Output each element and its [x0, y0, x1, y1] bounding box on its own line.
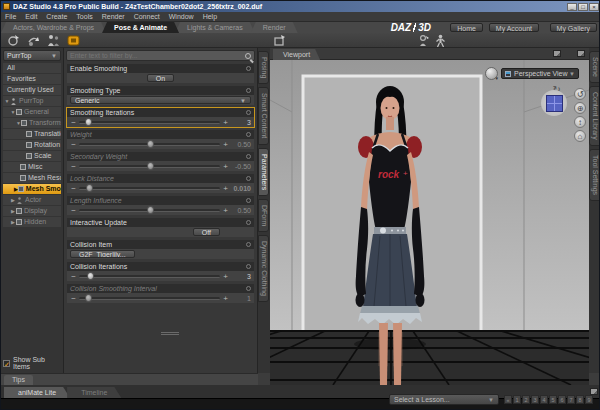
camera-view-dropdown[interactable]: Perspective View ▼: [501, 68, 579, 79]
param-options-icon[interactable]: [246, 88, 251, 93]
param-options-icon[interactable]: [246, 286, 251, 291]
select-lesson-dropdown[interactable]: Select a Lesson...▼: [389, 394, 499, 405]
my-gallery-button[interactable]: My Gallery: [550, 23, 597, 32]
sidebar-item-favorites[interactable]: Favorites: [3, 74, 61, 84]
viewport-tab[interactable]: Viewport: [273, 49, 320, 60]
lesson-pager-6[interactable]: 6: [558, 395, 566, 404]
tab-dform[interactable]: DForm: [258, 199, 269, 232]
close-button[interactable]: ×: [589, 3, 599, 11]
tree-item-misc[interactable]: Misc: [3, 162, 61, 172]
checkbox-check-icon[interactable]: ✓: [3, 360, 10, 367]
home-view-icon[interactable]: ⌂: [574, 130, 586, 142]
filter-input[interactable]: [70, 52, 245, 59]
tab-posing[interactable]: Posing: [258, 51, 269, 84]
tree-item-scale[interactable]: Scale: [3, 151, 61, 161]
param-options-icon[interactable]: [246, 242, 251, 247]
menu-window[interactable]: Window: [169, 13, 194, 20]
tree-item-mesh-resolution[interactable]: Mesh Resolution: [3, 173, 61, 183]
figure-pose-icon[interactable]: [434, 34, 447, 47]
aim-at-figure-icon[interactable]: [417, 34, 430, 47]
tree-item-translation[interactable]: Translation: [3, 129, 61, 139]
tab-scene[interactable]: Scene: [589, 51, 600, 83]
tab-lights-cameras[interactable]: Lights & Cameras: [175, 22, 255, 33]
slider-increment[interactable]: +: [222, 118, 229, 127]
pan-control-icon[interactable]: ↕: [574, 116, 586, 128]
pane-dock-icon[interactable]: [553, 50, 561, 57]
tab-pose-animate[interactable]: Pose & Animate: [102, 22, 179, 33]
tab-smart-content[interactable]: Smart Content: [258, 87, 269, 144]
param-options-icon[interactable]: [246, 110, 251, 115]
lesson-pager-1[interactable]: 1: [513, 395, 521, 404]
figures-tool-icon[interactable]: [47, 34, 60, 47]
tree-item-rotation[interactable]: Rotation: [3, 140, 61, 150]
tree-item-general[interactable]: ▼ General: [3, 107, 61, 117]
minimize-button[interactable]: _: [567, 3, 577, 11]
slider-handle[interactable]: [85, 118, 92, 126]
lesson-pager-prev[interactable]: «: [504, 395, 512, 404]
view-cube[interactable]: [541, 90, 567, 116]
tab-dynamic-clothing[interactable]: Dynamic Clothing: [258, 235, 269, 302]
menu-render[interactable]: Render: [102, 13, 125, 20]
camera-lens-icon[interactable]: [485, 67, 498, 80]
lesson-pager-7[interactable]: 7: [567, 395, 575, 404]
slider-decrement[interactable]: −: [70, 272, 77, 281]
tab-timeline[interactable]: Timeline: [67, 387, 121, 398]
my-account-button[interactable]: My Account: [489, 23, 539, 32]
tree-item-mesh-smoothing[interactable]: ▶ Mesh Smoothing: [3, 184, 61, 194]
menu-tools[interactable]: Tools: [76, 13, 92, 20]
slider-increment[interactable]: +: [222, 272, 229, 281]
rotate-tool-icon[interactable]: [27, 34, 40, 47]
tab-tool-settings[interactable]: Tool Settings: [589, 149, 600, 201]
menu-edit[interactable]: Edit: [25, 13, 37, 20]
tree-item-hidden[interactable]: ▶ Hidden: [3, 217, 61, 227]
menu-help[interactable]: Help: [203, 13, 217, 20]
lesson-pager-8[interactable]: 8: [576, 395, 584, 404]
home-button[interactable]: Home: [450, 23, 483, 32]
orbit-control-icon[interactable]: ↺: [574, 88, 586, 100]
lesson-pager-3[interactable]: 3: [531, 395, 539, 404]
param-options-icon[interactable]: [246, 66, 251, 71]
active-tool-icon[interactable]: [67, 34, 80, 47]
param-options-icon[interactable]: [246, 132, 251, 137]
slider-decrement[interactable]: −: [70, 118, 77, 127]
interactive-update-toggle[interactable]: Off: [193, 228, 220, 236]
frame-view-icon[interactable]: [273, 34, 286, 47]
tab-parameters[interactable]: Parameters: [258, 148, 269, 196]
viewport-canvas[interactable]: rock +: [270, 60, 589, 385]
tree-item-display[interactable]: ▶ Display: [3, 206, 61, 216]
collision-iterations-slider[interactable]: [79, 275, 220, 278]
smoothing-iterations-slider[interactable]: [79, 121, 220, 124]
lesson-pager-5[interactable]: 5: [549, 395, 557, 404]
enable-smoothing-toggle[interactable]: On: [147, 74, 174, 82]
collision-item-button[interactable]: G2F_Tigerlily...: [70, 250, 135, 258]
tab-render[interactable]: Render: [251, 22, 298, 33]
tree-item-actor[interactable]: ▶ Actor: [3, 195, 61, 205]
param-options-icon[interactable]: [246, 198, 251, 203]
panel-resize-grip[interactable]: [161, 332, 179, 335]
smoothing-type-dropdown[interactable]: Generic▼: [70, 96, 251, 104]
param-options-icon[interactable]: [246, 176, 251, 181]
slider-handle[interactable]: [87, 272, 94, 280]
node-selection-tool-icon[interactable]: [7, 34, 20, 47]
tree-item-purrtop[interactable]: ▼ PurrTop: [3, 96, 61, 106]
show-sub-items-checkbox[interactable]: ✓ Show Sub Items: [3, 356, 63, 370]
tab-content-library[interactable]: Content Library: [589, 86, 600, 146]
tips-tab[interactable]: Tips: [4, 375, 33, 385]
zoom-control-icon[interactable]: ⊕: [574, 102, 586, 114]
param-options-icon[interactable]: [246, 220, 251, 225]
maximize-button[interactable]: □: [578, 3, 588, 11]
lesson-pager-2[interactable]: 2: [522, 395, 530, 404]
lesson-pager-4[interactable]: 4: [540, 395, 548, 404]
param-options-icon[interactable]: [246, 154, 251, 159]
sidebar-item-currently-used[interactable]: Currently Used: [3, 85, 61, 95]
figure-scope-dropdown[interactable]: PurrTop▼: [3, 50, 61, 61]
tab-animate-lite[interactable]: aniMate Lite: [4, 387, 70, 398]
menu-connect[interactable]: Connect: [134, 13, 160, 20]
param-options-icon[interactable]: [246, 264, 251, 269]
pane-menu-icon[interactable]: [577, 50, 585, 57]
tab-actors-wardrobe-props[interactable]: Actors, Wardrobe & Props: [1, 22, 106, 33]
menu-file[interactable]: File: [5, 13, 16, 20]
sidebar-item-all[interactable]: All: [3, 63, 61, 73]
lesson-pager-9[interactable]: 9: [585, 395, 593, 404]
title-bar[interactable]: DAZ Studio 4.8 Pro Public Build - Z4zTes…: [1, 1, 600, 12]
